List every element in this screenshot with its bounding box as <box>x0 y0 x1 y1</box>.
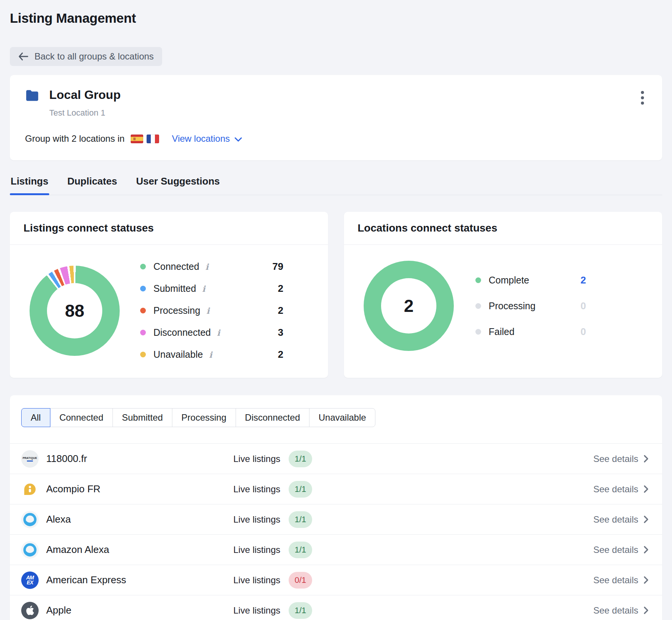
filter-chip-submitted[interactable]: Submitted <box>113 408 172 427</box>
see-details-link[interactable]: See details <box>591 605 651 616</box>
listing-row-amazon-alexa[interactable]: Amazon Alexa Live listings 1/1 See detai… <box>10 534 662 565</box>
listing-row-acompio-fr[interactable]: Acompio FR Live listings 1/1 See details <box>10 474 662 504</box>
legend-value: 2 <box>278 349 283 360</box>
see-details-link[interactable]: See details <box>591 544 651 556</box>
apple-logo-icon <box>25 606 35 615</box>
legend-value: 0 <box>581 300 586 312</box>
filter-chip-disconnected[interactable]: Disconnected <box>236 408 309 427</box>
info-icon[interactable]: i <box>209 350 212 360</box>
legend-value: 3 <box>278 327 283 338</box>
legend-dot-icon <box>475 329 481 335</box>
listing-row-alexa[interactable]: Alexa Live listings 1/1 See details <box>10 504 662 534</box>
more-options-button[interactable] <box>638 88 647 108</box>
card-title: Listings connect statuses <box>10 212 328 245</box>
legend-disconnected: Disconnected i 3 <box>140 327 283 338</box>
see-details-link[interactable]: See details <box>591 484 651 495</box>
info-icon[interactable]: i <box>217 328 220 338</box>
locations-donut-chart: 2 <box>364 261 454 351</box>
info-icon[interactable]: i <box>202 284 205 294</box>
listing-row-apple[interactable]: Apple Live listings 1/1 See details <box>10 595 662 620</box>
legend-dot-icon <box>475 277 481 283</box>
legend-processing: Processing i 2 <box>140 305 283 316</box>
chevron-right-icon <box>644 576 649 584</box>
tab-duplicates[interactable]: Duplicates <box>67 171 118 195</box>
listing-logo-icon <box>21 541 39 559</box>
live-listings-label: Live listings <box>233 514 280 525</box>
legend-value: 2 <box>278 283 283 294</box>
france-flag-icon <box>147 135 159 143</box>
legend-submitted: Submitted i 2 <box>140 283 283 294</box>
see-details-label: See details <box>593 514 638 525</box>
listing-logo-icon <box>21 511 39 528</box>
alexa-ring-icon <box>23 543 37 557</box>
locations-connect-statuses-card: Locations connect statuses 2 Complete 2 … <box>344 212 662 378</box>
donut-total: 88 <box>65 301 84 321</box>
listing-logo-icon: AM EX <box>21 571 39 589</box>
legend-value: 2 <box>278 305 283 316</box>
legend-dot-icon <box>140 330 146 335</box>
live-listings-label: Live listings <box>233 545 280 555</box>
info-icon[interactable]: i <box>206 306 209 316</box>
see-details-link[interactable]: See details <box>591 514 651 525</box>
view-locations-link[interactable]: View locations <box>170 133 244 144</box>
legend-unavailable: Unavailable i 2 <box>140 349 283 360</box>
filter-chip-connected[interactable]: Connected <box>50 408 113 427</box>
chevron-right-icon <box>644 455 649 463</box>
legend-value: 0 <box>581 326 586 338</box>
see-details-link[interactable]: See details <box>591 575 651 586</box>
legend-label: Processing <box>489 301 536 312</box>
map-pin-icon <box>24 484 36 495</box>
listings-connect-statuses-card: Listings connect statuses 88 Connected i… <box>10 212 328 378</box>
listings-donut-chart: 88 <box>30 266 120 356</box>
legend-failed: Failed 0 <box>475 326 586 338</box>
legend-label: Unavailable <box>153 349 203 360</box>
live-listings-badge: 1/1 <box>289 451 312 467</box>
listing-logo-icon <box>21 481 39 498</box>
chevron-right-icon <box>644 606 649 614</box>
see-details-label: See details <box>593 545 638 555</box>
group-subtitle: Test Location 1 <box>49 108 638 118</box>
legend-label: Disconnected <box>153 327 211 338</box>
view-locations-label: View locations <box>172 133 230 144</box>
back-arrow-icon <box>18 52 28 61</box>
listing-row-118000-fr[interactable]: PRAT!QUE 118000.fr Live listings 1/1 See… <box>10 443 662 474</box>
info-icon[interactable]: i <box>205 262 208 272</box>
group-card: Local Group Test Location 1 Group with 2… <box>10 75 662 160</box>
donut-total: 2 <box>404 296 414 316</box>
chevron-down-icon <box>234 137 242 142</box>
chevron-right-icon <box>644 485 649 493</box>
listings-rows: PRAT!QUE 118000.fr Live listings 1/1 See… <box>10 443 662 620</box>
see-details-label: See details <box>593 605 638 616</box>
legend-label: Connected <box>153 261 199 272</box>
listing-name: 118000.fr <box>46 453 87 465</box>
live-listings-badge: 1/1 <box>289 511 312 528</box>
listing-row-american-express[interactable]: AM EX American Express Live listings 0/1… <box>10 565 662 595</box>
legend-dot-icon <box>140 264 146 269</box>
chevron-right-icon <box>644 546 649 554</box>
see-details-label: See details <box>593 484 638 495</box>
legend-value[interactable]: 2 <box>581 274 586 286</box>
back-button[interactable]: Back to all groups & locations <box>10 47 162 66</box>
live-listings-badge: 1/1 <box>289 542 312 558</box>
legend-dot-icon <box>140 308 146 313</box>
filter-chip-unavailable[interactable]: Unavailable <box>309 408 375 427</box>
card-title: Locations connect statuses <box>344 212 662 245</box>
filter-chip-processing[interactable]: Processing <box>172 408 236 427</box>
see-details-label: See details <box>593 454 638 464</box>
legend-connected: Connected i 79 <box>140 261 283 272</box>
flags <box>131 135 159 143</box>
pratique-logo-bar <box>27 460 33 462</box>
listing-name: Amazon Alexa <box>46 544 109 556</box>
pratique-logo-text: PRAT!QUE <box>23 456 37 459</box>
listing-logo-icon <box>21 602 39 619</box>
see-details-link[interactable]: See details <box>591 453 651 465</box>
listing-name: Acompio FR <box>46 483 100 495</box>
legend-processing: Processing 0 <box>475 300 586 312</box>
tab-listings[interactable]: Listings <box>10 171 49 195</box>
alexa-ring-icon <box>23 513 37 526</box>
legend-dot-icon <box>475 303 481 309</box>
page: Listing Management Back to all groups & … <box>0 0 672 620</box>
filter-chip-all[interactable]: All <box>21 408 50 427</box>
legend-label: Complete <box>489 275 529 286</box>
tab-user-suggestions[interactable]: User Suggestions <box>135 171 220 195</box>
